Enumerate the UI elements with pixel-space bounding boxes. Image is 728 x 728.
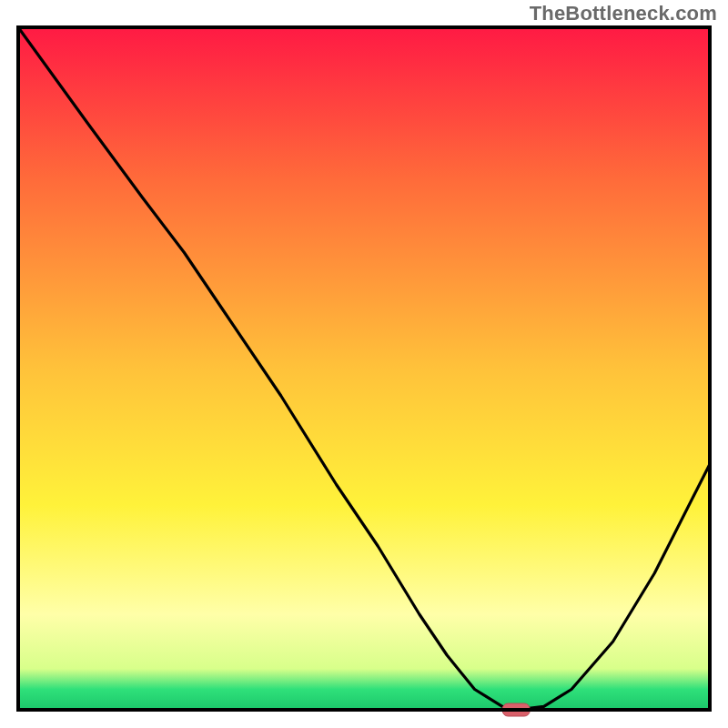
bottleneck-chart — [0, 0, 728, 728]
gradient-background — [18, 27, 710, 710]
plot-area — [18, 27, 710, 716]
